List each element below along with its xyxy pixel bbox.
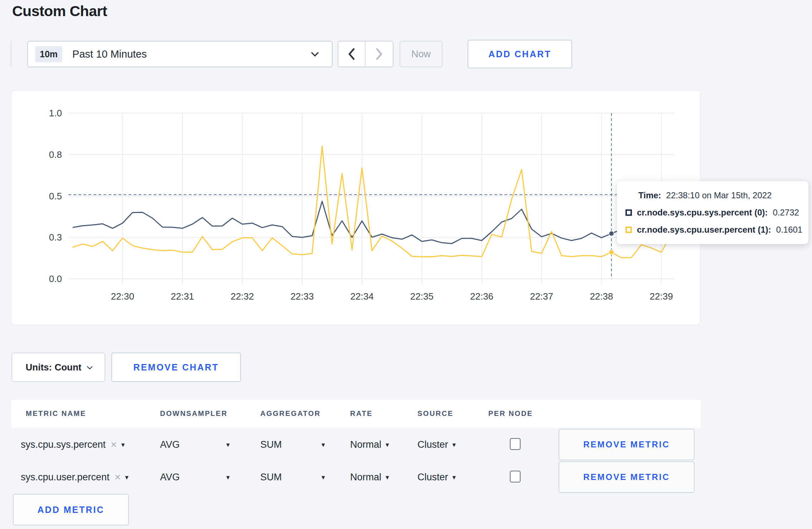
svg-text:22:39: 22:39 (650, 291, 673, 302)
page-title: Custom Chart (12, 3, 107, 20)
svg-text:22:31: 22:31 (171, 291, 194, 302)
metric-row: sys.cpu.user.percent × ▾ AVG ▾ SUM ▾ Nor… (11, 461, 701, 493)
tooltip-series-label: cr.node.sys.cpu.sys.percent (0): (637, 208, 768, 218)
svg-text:0.8: 0.8 (49, 149, 62, 160)
tooltip-series-value: 0.1601 (776, 225, 802, 235)
units-select[interactable]: Units: Count (11, 353, 105, 382)
dropdown-arrow-icon: ▾ (386, 441, 389, 449)
col-header-rate: RATE (350, 409, 373, 418)
dropdown-arrow-icon: ▾ (453, 473, 456, 481)
svg-text:22:30: 22:30 (111, 291, 134, 302)
aggregator-arrow[interactable]: ▾ (322, 429, 325, 460)
svg-text:22:34: 22:34 (351, 291, 374, 302)
remove-metric-x-icon[interactable]: × (111, 438, 117, 451)
metric-row: sys.cpu.sys.percent × ▾ AVG ▾ SUM ▾ Norm… (11, 429, 701, 460)
time-range-label: Past 10 Minutes (72, 48, 147, 60)
metric-name-label: sys.cpu.sys.percent (21, 439, 106, 450)
chart-tooltip: Time: 22:38:10 on Mar 15th, 2022 cr.node… (617, 181, 808, 244)
svg-text:0.3: 0.3 (49, 232, 62, 243)
rate-select[interactable]: Normal▾ (350, 429, 389, 460)
dropdown-arrow-icon[interactable]: ▾ (125, 473, 129, 481)
dropdown-arrow-icon: ▾ (322, 473, 325, 481)
svg-text:22:35: 22:35 (410, 291, 434, 302)
tooltip-time-value: 22:38:10 on Mar 15th, 2022 (666, 190, 772, 200)
aggregator-select[interactable]: SUM (260, 429, 282, 460)
per-node-checkbox[interactable] (510, 471, 521, 482)
chevron-down-icon (311, 49, 319, 57)
svg-text:22:32: 22:32 (231, 291, 254, 302)
svg-text:22:37: 22:37 (530, 291, 553, 302)
dropdown-arrow-icon: ▾ (226, 441, 230, 449)
svg-text:0.0: 0.0 (49, 273, 62, 284)
tooltip-series-row: cr.node.sys.cpu.sys.percent (0): 0.2732 (617, 204, 808, 221)
metric-name-label: sys.cpu.user.percent (21, 472, 110, 483)
aggregator-arrow[interactable]: ▾ (322, 461, 325, 493)
col-header-source: SOURCE (417, 409, 454, 418)
col-header-metric-name: METRIC NAME (26, 409, 86, 418)
tooltip-time-row: Time: 22:38:10 on Mar 15th, 2022 (617, 187, 808, 204)
downsampler-select[interactable]: AVG (160, 461, 180, 493)
units-label: Units: Count (26, 362, 82, 373)
tooltip-series-row: cr.node.sys.cpu.user.percent (1): 0.1601 (617, 221, 808, 238)
tooltip-time-label: Time: (638, 190, 661, 200)
metric-name-select[interactable]: sys.cpu.user.percent × ▾ (21, 461, 129, 493)
time-pager (338, 41, 393, 67)
col-header-downsampler: DOWNSAMPLER (160, 409, 228, 418)
time-range-badge: 10m (35, 46, 62, 62)
remove-chart-button[interactable]: REMOVE CHART (111, 353, 241, 382)
metric-name-select[interactable]: sys.cpu.sys.percent × ▾ (21, 429, 125, 460)
metrics-table-header: METRIC NAME DOWNSAMPLER AGGREGATOR RATE … (11, 400, 701, 428)
downsampler-arrow[interactable]: ▾ (226, 461, 230, 493)
chevron-down-icon (87, 364, 93, 369)
chevron-left-icon (348, 48, 356, 60)
dropdown-arrow-icon: ▾ (453, 441, 456, 449)
per-node-checkbox[interactable] (510, 438, 521, 450)
tooltip-series-label: cr.node.sys.cpu.user.percent (1): (637, 225, 771, 235)
chevron-right-icon (375, 48, 383, 60)
dropdown-arrow-icon[interactable]: ▾ (121, 441, 125, 449)
col-header-per-node: PER NODE (488, 409, 533, 418)
prev-time-button[interactable] (338, 42, 366, 67)
sys-series-swatch-icon (625, 209, 632, 216)
remove-metric-button[interactable]: REMOVE METRIC (559, 461, 695, 493)
rate-select[interactable]: Normal▾ (350, 461, 389, 493)
next-time-button[interactable] (366, 42, 393, 67)
remove-metric-button[interactable]: REMOVE METRIC (559, 429, 695, 460)
tooltip-series-value: 0.2732 (773, 208, 799, 218)
dropdown-arrow-icon: ▾ (386, 473, 389, 481)
svg-text:22:36: 22:36 (470, 291, 493, 302)
chart-card: 0.00.30.50.81.022:3022:3122:3222:3322:34… (11, 90, 700, 325)
svg-text:22:33: 22:33 (290, 291, 314, 302)
svg-text:0.5: 0.5 (49, 191, 62, 202)
add-chart-button[interactable]: ADD CHART (468, 40, 572, 68)
svg-text:1.0: 1.0 (49, 108, 62, 118)
svg-text:22:38: 22:38 (590, 291, 613, 302)
source-select[interactable]: Cluster▾ (417, 461, 456, 493)
add-metric-button[interactable]: ADD METRIC (13, 494, 129, 525)
now-button[interactable]: Now (400, 41, 443, 67)
dropdown-arrow-icon: ▾ (226, 473, 230, 481)
downsampler-select[interactable]: AVG (160, 429, 180, 460)
downsampler-arrow[interactable]: ▾ (226, 429, 230, 460)
dropdown-arrow-icon: ▾ (322, 441, 325, 449)
remove-metric-x-icon[interactable]: × (115, 471, 121, 483)
toolbar-divider (11, 41, 11, 67)
aggregator-select[interactable]: SUM (260, 461, 282, 493)
source-select[interactable]: Cluster▾ (417, 429, 456, 460)
time-range-select[interactable]: 10m Past 10 Minutes (27, 41, 333, 67)
user-series-swatch-icon (625, 227, 632, 233)
cpu-usage-chart[interactable]: 0.00.30.50.81.022:3022:3122:3222:3322:34… (12, 91, 701, 325)
col-header-aggregator: AGGREGATOR (260, 409, 321, 418)
